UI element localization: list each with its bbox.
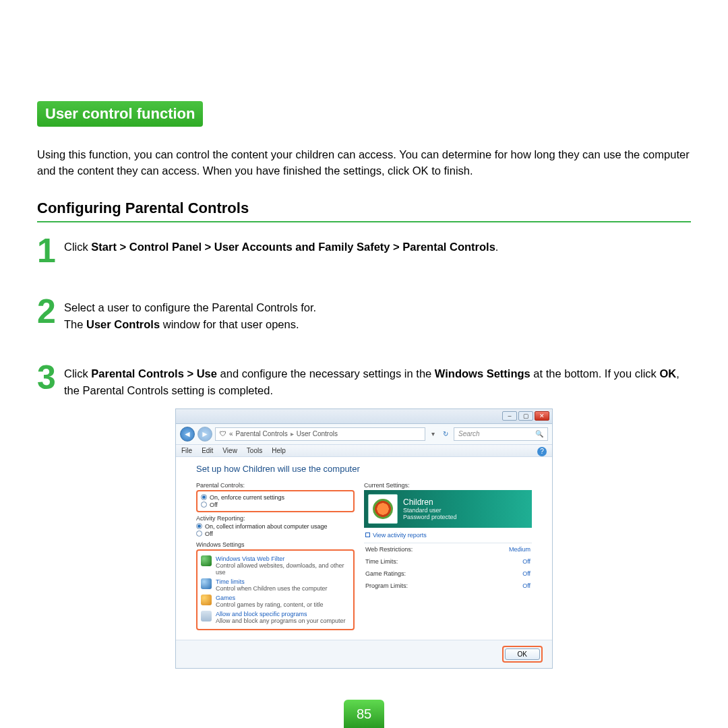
group-label: Windows Settings [196, 541, 355, 548]
step-number: 2 [37, 297, 64, 327]
breadcrumb-item[interactable]: Parental Controls [236, 430, 288, 437]
avatar-image [373, 499, 393, 519]
radio-icon [196, 523, 202, 529]
step-body: Click Start > Control Panel > User Accou… [64, 236, 498, 255]
cell-key: Game Ratings: [365, 570, 406, 577]
bullet-icon [365, 533, 370, 537]
step-number: 3 [37, 363, 64, 393]
table-row: Time Limits:Off [364, 555, 532, 568]
cell-value[interactable]: Off [522, 582, 530, 589]
text-bold: OK [659, 367, 676, 380]
search-placeholder: Search [458, 430, 480, 437]
ok-bar: OK [176, 640, 552, 668]
minimize-button[interactable]: – [502, 411, 517, 421]
view-activity-reports-link[interactable]: View activity reports [364, 528, 532, 543]
address-bar[interactable]: 🛡 « Parental Controls ▸ User Controls [215, 427, 425, 441]
setting-link: Time limits [216, 578, 328, 585]
radio-ar-on[interactable]: On, collect information about computer u… [196, 523, 355, 530]
back-button[interactable]: ◄ [180, 427, 195, 442]
highlight-windows-settings: Windows Vista Web FilterControl allowed … [196, 549, 355, 630]
setting-time-limits[interactable]: Time limitsControl when Children uses th… [201, 578, 350, 592]
highlight-parental-controls: On, enforce current settings Off [196, 490, 355, 512]
step-2: 2 Select a user to configure the Parenta… [37, 297, 691, 333]
text-bold: Start > Control Panel > User Accounts an… [91, 241, 495, 253]
step-number: 1 [37, 236, 64, 266]
step-1: 1 Click Start > Control Panel > User Acc… [37, 236, 691, 266]
address-dropdown[interactable]: ▾ [428, 430, 437, 437]
setting-games[interactable]: GamesControl games by rating, content, o… [201, 595, 350, 608]
user-role: Standard user [403, 507, 457, 514]
step-3: 3 Click Parental Controls > Use and conf… [37, 363, 691, 399]
setting-desc: Control allowed websites, downloads, and… [216, 562, 350, 576]
menu-view[interactable]: View [222, 447, 237, 454]
setting-desc: Control games by rating, content, or tit… [216, 601, 324, 608]
window-content: Set up how Children will use the compute… [176, 457, 552, 640]
cell-value[interactable]: Off [522, 570, 530, 577]
highlight-ok: OK [502, 646, 543, 663]
screenshot-window: – ▢ ✕ ◄ ► 🛡 « Parental Controls ▸ User C… [175, 408, 553, 669]
text: Click [64, 241, 91, 253]
games-icon [201, 595, 212, 605]
setting-link: Allow and block specific programs [216, 611, 346, 617]
forward-button[interactable]: ► [198, 427, 212, 442]
shield-icon: 🛡 [220, 430, 226, 437]
group-label: Parental Controls: [196, 482, 355, 489]
titlebar: – ▢ ✕ [176, 409, 552, 424]
text: . [495, 241, 499, 253]
radio-icon [196, 530, 202, 537]
text-bold: Windows Settings [435, 367, 530, 380]
setting-web-filter[interactable]: Windows Vista Web FilterControl allowed … [201, 555, 350, 576]
step-body: Select a user to configure the Parental … [64, 297, 316, 333]
page-number-badge: 85 [344, 700, 384, 728]
menu-file[interactable]: File [181, 447, 192, 454]
link-text: View activity reports [373, 532, 427, 539]
table-row: Web Restrictions:Medium [364, 543, 532, 555]
menu-tools[interactable]: Tools [247, 447, 262, 454]
help-icon[interactable]: ? [537, 447, 547, 456]
group-label: Activity Reporting: [196, 515, 355, 522]
apps-icon [201, 611, 212, 621]
search-icon: 🔍 [535, 430, 543, 437]
group-label: Current Settings: [364, 482, 532, 489]
radio-icon [201, 502, 207, 508]
setting-programs[interactable]: Allow and block specific programsAllow a… [201, 611, 350, 624]
subheading: Configuring Parental Controls [37, 200, 691, 222]
current-settings-table: Web Restrictions:Medium Time Limits:Off … [364, 543, 532, 592]
avatar [368, 494, 398, 524]
nav-row: ◄ ► 🛡 « Parental Controls ▸ User Control… [176, 424, 552, 444]
text: window for that user opens. [160, 318, 299, 330]
refresh-button[interactable]: ↻ [440, 430, 451, 437]
breadcrumb-item[interactable]: User Controls [297, 430, 338, 437]
menu-edit[interactable]: Edit [202, 447, 213, 454]
text: Click [64, 367, 91, 380]
cell-value[interactable]: Off [522, 558, 530, 565]
step-body: Click Parental Controls > Use and config… [64, 363, 691, 399]
radio-icon [201, 494, 207, 500]
radio-ar-off[interactable]: Off [196, 530, 355, 537]
radio-label: Off [205, 530, 213, 537]
setting-link: Windows Vista Web Filter [216, 555, 350, 562]
radio-pc-off[interactable]: Off [201, 502, 350, 508]
text: at the bottom. If you click [530, 367, 660, 380]
cell-key: Web Restrictions: [365, 546, 413, 553]
section-title-badge: User control function [37, 101, 203, 127]
menubar: File Edit View Tools Help ? [176, 444, 552, 457]
user-card: Children Standard user Password protecte… [364, 490, 532, 528]
clock-icon [201, 578, 212, 589]
menu-help[interactable]: Help [272, 447, 286, 454]
content-heading: Set up how Children will use the compute… [196, 464, 532, 474]
ok-button[interactable]: OK [505, 648, 540, 660]
radio-pc-on[interactable]: On, enforce current settings [201, 494, 350, 501]
radio-label: Off [210, 502, 218, 508]
maximize-button[interactable]: ▢ [518, 411, 533, 421]
cell-value[interactable]: Medium [509, 546, 530, 553]
close-button[interactable]: ✕ [535, 411, 549, 421]
cell-key: Program Limits: [365, 582, 408, 589]
user-pw: Password protected [403, 514, 457, 520]
text: and configure the necessary settings in … [217, 367, 435, 380]
search-input[interactable]: Search 🔍 [454, 427, 548, 441]
setting-link: Games [216, 595, 324, 601]
table-row: Program Limits:Off [364, 580, 532, 592]
radio-label: On, enforce current settings [210, 494, 284, 501]
user-name: Children [403, 497, 457, 507]
